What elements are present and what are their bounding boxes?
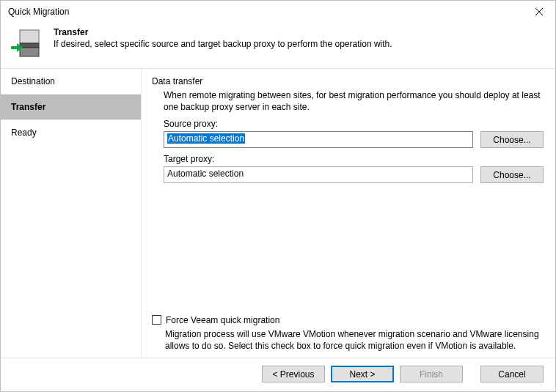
source-proxy-value: Automatic selection	[167, 133, 245, 144]
wizard-window: Quick Migration Transfer If desired, sel…	[0, 0, 556, 392]
svg-rect-5	[11, 46, 17, 49]
transfer-icon	[11, 27, 43, 59]
wizard-body: Destination Transfer Ready Data transfer…	[1, 69, 555, 358]
svg-rect-3	[20, 43, 39, 48]
titlebar: Quick Migration	[1, 1, 555, 23]
header-description: If desired, select specific source and t…	[54, 39, 392, 49]
force-migration-note: Migration process will use VMware VMotio…	[165, 328, 544, 352]
target-proxy-input[interactable]: Automatic selection	[164, 166, 473, 183]
svg-rect-4	[20, 48, 39, 56]
header-title: Transfer	[54, 27, 392, 37]
svg-rect-2	[20, 30, 39, 43]
source-proxy-row: Automatic selection Choose...	[164, 131, 544, 148]
target-choose-button[interactable]: Choose...	[480, 166, 544, 183]
source-proxy-input[interactable]: Automatic selection	[164, 131, 473, 148]
finish-button: Finish	[400, 366, 463, 382]
force-migration-label: Force Veeam quick migration	[166, 315, 279, 325]
step-destination[interactable]: Destination	[1, 69, 141, 95]
wizard-steps: Destination Transfer Ready	[1, 69, 142, 358]
step-ready[interactable]: Ready	[1, 120, 141, 145]
cancel-button[interactable]: Cancel	[480, 366, 544, 382]
step-label: Transfer	[11, 102, 45, 112]
previous-button[interactable]: < Previous	[262, 366, 325, 382]
target-proxy-label: Target proxy:	[164, 154, 544, 164]
header-text: Transfer If desired, select specific sou…	[54, 27, 392, 59]
close-icon	[535, 8, 543, 15]
source-choose-button[interactable]: Choose...	[480, 131, 544, 148]
next-button[interactable]: Next >	[331, 366, 394, 382]
wizard-footer: < Previous Next > Finish Cancel	[1, 358, 555, 391]
force-migration-row: Force Veeam quick migration	[152, 315, 544, 325]
wizard-content: Data transfer When remote migrating betw…	[142, 69, 555, 358]
target-proxy-value: Automatic selection	[167, 169, 244, 179]
section-title: Data transfer	[152, 76, 544, 86]
step-label: Destination	[11, 76, 55, 86]
force-migration-checkbox[interactable]	[152, 315, 161, 325]
section-description: When remote migrating between sites, for…	[164, 89, 544, 113]
window-title: Quick Migration	[8, 7, 69, 17]
target-proxy-row: Automatic selection Choose...	[164, 166, 544, 183]
close-button[interactable]	[523, 1, 555, 23]
step-transfer[interactable]: Transfer	[1, 95, 141, 120]
step-label: Ready	[11, 127, 37, 138]
wizard-header: Transfer If desired, select specific sou…	[1, 23, 555, 68]
source-proxy-label: Source proxy:	[164, 119, 544, 129]
